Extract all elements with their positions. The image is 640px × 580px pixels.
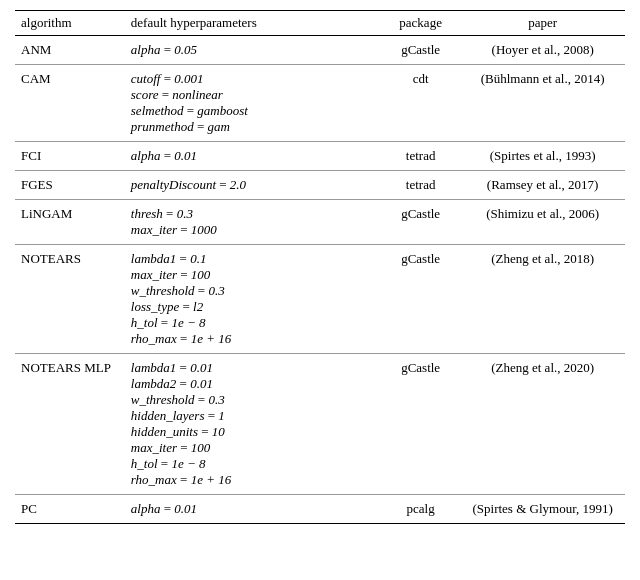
table-row: NOTEARSlambda1 = 0.1max_iter = 100w_thre… (15, 245, 625, 354)
col-header-algorithm: algorithm (15, 11, 125, 36)
algo-name: FCI (21, 148, 41, 163)
params-cell: penaltyDiscount = 2.0 (125, 171, 381, 200)
param-line: alpha = 0.01 (131, 501, 375, 517)
package-cell: cdt (381, 65, 460, 142)
param-line: score = nonlinear (131, 87, 375, 103)
algorithms-table: algorithm default hyperparameters packag… (15, 10, 625, 524)
param-line: rho_max = 1e + 16 (131, 472, 375, 488)
param-line: hidden_layers = 1 (131, 408, 375, 424)
param-line: w_threshold = 0.3 (131, 283, 375, 299)
paper-cell: (Ramsey et al., 2017) (460, 171, 625, 200)
table-row: ANMalpha = 0.05gCastle(Hoyer et al., 200… (15, 36, 625, 65)
package-name: gCastle (401, 206, 440, 221)
table-row: CAMcutoff = 0.001score = nonlinearselmet… (15, 65, 625, 142)
package-cell: tetrad (381, 171, 460, 200)
paper-citation: (Hoyer et al., 2008) (492, 42, 594, 57)
algo-name-cell: LiNGAM (15, 200, 125, 245)
param-line: penaltyDiscount = 2.0 (131, 177, 375, 193)
params-cell: thresh = 0.3max_iter = 1000 (125, 200, 381, 245)
algo-name: FGES (21, 177, 53, 192)
col-header-package: package (381, 11, 460, 36)
table-row: LiNGAMthresh = 0.3max_iter = 1000gCastle… (15, 200, 625, 245)
algo-name-cell: FCI (15, 142, 125, 171)
paper-cell: (Hoyer et al., 2008) (460, 36, 625, 65)
params-cell: lambda1 = 0.1max_iter = 100w_threshold =… (125, 245, 381, 354)
param-line: h_tol = 1e − 8 (131, 456, 375, 472)
algo-name-cell: CAM (15, 65, 125, 142)
param-line: thresh = 0.3 (131, 206, 375, 222)
param-line: alpha = 0.05 (131, 42, 375, 58)
param-line: max_iter = 100 (131, 440, 375, 456)
paper-citation: (Spirtes et al., 1993) (490, 148, 596, 163)
package-cell: gCastle (381, 36, 460, 65)
package-name: pcalg (407, 501, 435, 516)
col-header-paper: paper (460, 11, 625, 36)
algo-name: CAM (21, 71, 51, 86)
paper-citation: (Ramsey et al., 2017) (487, 177, 599, 192)
table-row: PCalpha = 0.01pcalg(Spirtes & Glymour, 1… (15, 495, 625, 524)
col-header-params: default hyperparameters (125, 11, 381, 36)
paper-cell: (Bühlmann et al., 2014) (460, 65, 625, 142)
package-name: tetrad (406, 177, 436, 192)
paper-cell: (Spirtes et al., 1993) (460, 142, 625, 171)
algo-name-cell: ANM (15, 36, 125, 65)
params-cell: alpha = 0.01 (125, 142, 381, 171)
params-cell: alpha = 0.01 (125, 495, 381, 524)
paper-cell: (Zheng et al., 2018) (460, 245, 625, 354)
param-line: max_iter = 1000 (131, 222, 375, 238)
package-cell: tetrad (381, 142, 460, 171)
param-line: lambda2 = 0.01 (131, 376, 375, 392)
param-line: alpha = 0.01 (131, 148, 375, 164)
param-line: selmethod = gamboost (131, 103, 375, 119)
table-row: NOTEARS MLPlambda1 = 0.01lambda2 = 0.01w… (15, 354, 625, 495)
paper-citation: (Zheng et al., 2020) (491, 360, 594, 375)
algo-name: NOTEARS (21, 251, 81, 266)
param-line: prunmethod = gam (131, 119, 375, 135)
paper-citation: (Bühlmann et al., 2014) (481, 71, 605, 86)
paper-citation: (Shimizu et al., 2006) (486, 206, 599, 221)
package-name: gCastle (401, 251, 440, 266)
algo-name: PC (21, 501, 37, 516)
algo-name-cell: FGES (15, 171, 125, 200)
params-cell: cutoff = 0.001score = nonlinearselmethod… (125, 65, 381, 142)
package-cell: gCastle (381, 245, 460, 354)
table-row: FCIalpha = 0.01tetrad(Spirtes et al., 19… (15, 142, 625, 171)
param-line: max_iter = 100 (131, 267, 375, 283)
package-cell: gCastle (381, 354, 460, 495)
algo-name: NOTEARS MLP (21, 360, 111, 375)
package-name: gCastle (401, 42, 440, 57)
param-line: w_threshold = 0.3 (131, 392, 375, 408)
paper-citation: (Spirtes & Glymour, 1991) (472, 501, 612, 516)
paper-citation: (Zheng et al., 2018) (491, 251, 594, 266)
algo-name-cell: NOTEARS (15, 245, 125, 354)
param-line: loss_type = l2 (131, 299, 375, 315)
table-row: FGESpenaltyDiscount = 2.0tetrad(Ramsey e… (15, 171, 625, 200)
table-header-row: algorithm default hyperparameters packag… (15, 11, 625, 36)
algo-name: LiNGAM (21, 206, 72, 221)
algo-name: ANM (21, 42, 51, 57)
param-line: hidden_units = 10 (131, 424, 375, 440)
package-name: gCastle (401, 360, 440, 375)
param-line: lambda1 = 0.1 (131, 251, 375, 267)
param-line: rho_max = 1e + 16 (131, 331, 375, 347)
param-line: cutoff = 0.001 (131, 71, 375, 87)
param-line: h_tol = 1e − 8 (131, 315, 375, 331)
package-cell: pcalg (381, 495, 460, 524)
paper-cell: (Spirtes & Glymour, 1991) (460, 495, 625, 524)
paper-cell: (Shimizu et al., 2006) (460, 200, 625, 245)
algo-name-cell: NOTEARS MLP (15, 354, 125, 495)
package-cell: gCastle (381, 200, 460, 245)
params-cell: alpha = 0.05 (125, 36, 381, 65)
params-cell: lambda1 = 0.01lambda2 = 0.01w_threshold … (125, 354, 381, 495)
package-name: tetrad (406, 148, 436, 163)
param-line: lambda1 = 0.01 (131, 360, 375, 376)
paper-cell: (Zheng et al., 2020) (460, 354, 625, 495)
package-name: cdt (413, 71, 429, 86)
algo-name-cell: PC (15, 495, 125, 524)
